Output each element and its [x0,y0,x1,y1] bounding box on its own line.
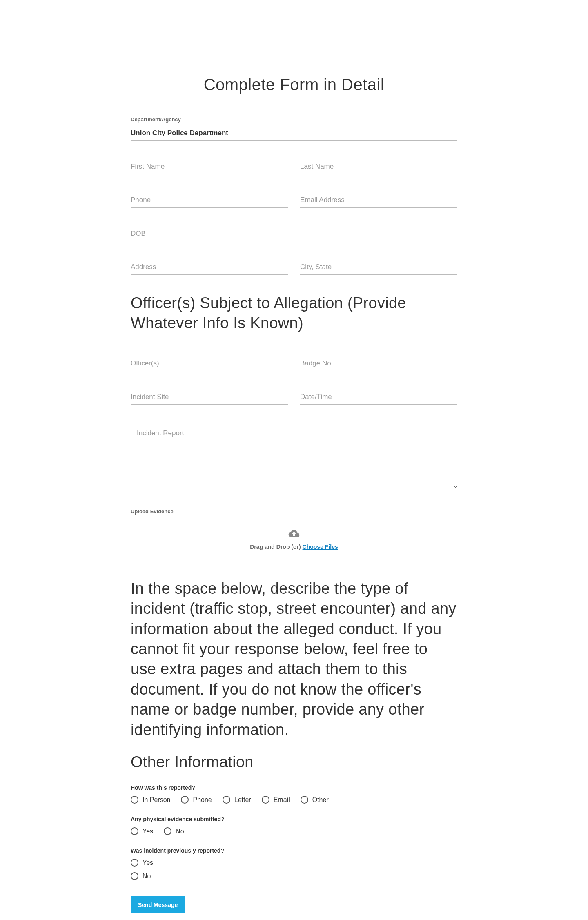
incident-report-textarea[interactable] [131,423,457,488]
last-name-input[interactable] [300,159,457,174]
badge-input[interactable] [300,356,457,371]
send-message-button[interactable]: Send Message [131,896,185,913]
choose-files-link[interactable]: Choose Files [303,544,338,550]
incident-site-input[interactable] [131,390,288,405]
q1-radio-email[interactable] [262,796,270,804]
q1-text-phone: Phone [193,796,212,804]
upload-label: Upload Evidence [131,508,457,515]
city-state-input[interactable] [300,260,457,275]
address-input[interactable] [131,260,288,275]
q1-text-email: Email [274,796,290,804]
q2-radio-yes[interactable] [131,827,138,835]
date-time-input[interactable] [300,390,457,405]
q1-text-letter: Letter [234,796,251,804]
officers-input[interactable] [131,356,288,371]
q1-radio-letter[interactable] [223,796,230,804]
email-input[interactable] [300,193,457,208]
upload-dropzone[interactable]: Drag and Drop (or) Choose Files [131,517,457,560]
drag-drop-text: Drag and Drop (or) [250,544,302,550]
q2-text-yes: Yes [143,828,153,835]
q3-text-yes: Yes [143,859,153,867]
department-label: Department/Agency [131,116,457,123]
q1-text-other: Other [312,796,329,804]
instruction-text: In the space below, describe the type of… [131,579,457,740]
officers-section-heading: Officer(s) Subject to Allegation (Provid… [131,293,457,334]
q1-radio-in-person[interactable] [131,796,138,804]
q1-text-in-person: In Person [143,796,170,804]
dob-input[interactable] [131,226,457,241]
q1-radio-other[interactable] [301,796,308,804]
q1-label: How was this reported? [131,784,457,791]
q2-label: Any physical evidence submitted? [131,816,457,822]
q3-radio-no[interactable] [131,872,138,880]
q3-label: Was incident previously reported? [131,847,457,854]
other-info-heading: Other Information [131,752,457,772]
first-name-input[interactable] [131,159,288,174]
q3-text-no: No [143,873,151,880]
q2-radio-no[interactable] [164,827,172,835]
cloud-upload-icon [288,530,300,538]
q3-radio-yes[interactable] [131,859,138,867]
page-title: Complete Form in Detail [131,0,457,116]
phone-input[interactable] [131,193,288,208]
q2-text-no: No [176,828,184,835]
department-input[interactable] [131,126,457,141]
q1-radio-phone[interactable] [181,796,189,804]
